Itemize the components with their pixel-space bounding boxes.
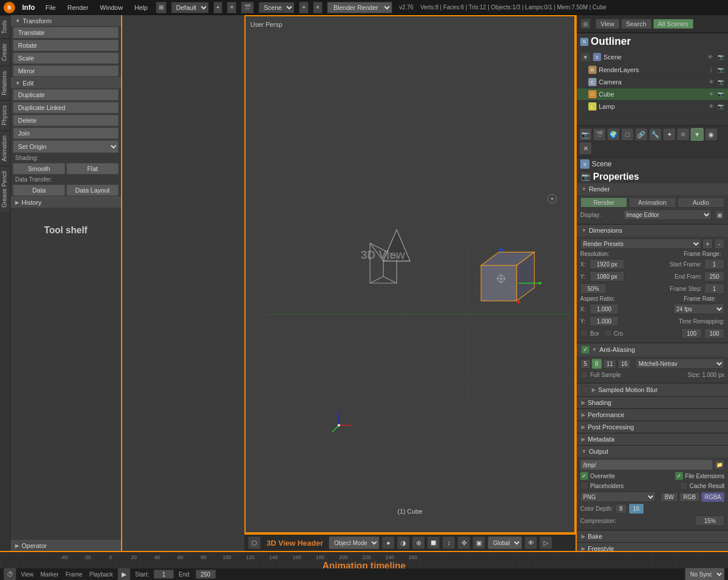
aspect-y-input[interactable]	[589, 316, 619, 326]
output-path-input[interactable]	[580, 460, 713, 470]
smb-header[interactable]: ▶ Sampled Motion Blur	[577, 383, 728, 396]
outliner-tab-search[interactable]: Search	[621, 19, 652, 29]
viewport[interactable]: User Persp (1) Cube	[244, 15, 576, 533]
dimensions-header[interactable]: ▼ Dimensions	[577, 225, 728, 236]
workspace-select[interactable]: Default	[171, 2, 209, 13]
prop-icon-modifiers[interactable]: 🔧	[649, 128, 662, 141]
start-frame-input[interactable]	[704, 259, 725, 269]
lamp-eye-icon[interactable]: 👁	[707, 102, 715, 111]
prop-icon-scene[interactable]: 🎬	[593, 128, 606, 141]
overwrite-check[interactable]: ✓	[580, 472, 588, 480]
history-section-header[interactable]: ▶ History	[10, 197, 121, 208]
aa-5-btn[interactable]: 5	[580, 359, 591, 369]
tl-start-input[interactable]	[154, 570, 174, 579]
prop-icon-material[interactable]: ◉	[705, 128, 718, 141]
scene-icon-btn[interactable]: 🎬	[241, 2, 254, 13]
render-section-header[interactable]: ▼ Render	[577, 183, 728, 195]
performance-header[interactable]: ▶ Performance	[577, 409, 728, 421]
scale-btn[interactable]: Scale	[13, 52, 119, 64]
bw-btn[interactable]: BW	[660, 492, 678, 502]
render-preset-select[interactable]: Render Presets	[580, 239, 701, 249]
prop-icon-physics[interactable]: ⚛	[677, 128, 690, 141]
smb-check[interactable]	[581, 386, 589, 394]
vh-view-icon[interactable]: 👁	[524, 536, 537, 549]
workspace-icon-btn[interactable]: ⊞	[156, 2, 166, 13]
side-tab-tools[interactable]: Tools	[0, 15, 10, 38]
outliner-tab-view[interactable]: View	[595, 19, 620, 29]
aa-16-btn[interactable]: 16	[617, 359, 631, 369]
render-tab-render[interactable]: Render	[580, 197, 627, 208]
menu-help[interactable]: Help	[131, 3, 151, 12]
freestyle-header[interactable]: ▶ Freestyle	[577, 543, 728, 551]
tl-playback[interactable]: Playback	[87, 571, 116, 578]
prop-icon-particles[interactable]: ✦	[663, 128, 676, 141]
file-ext-check[interactable]: ✓	[675, 472, 683, 480]
outliner-row-lamp[interactable]: L Lamp 👁 📷	[577, 101, 728, 113]
scene-eye-icon[interactable]: 👁	[706, 53, 714, 61]
duplicate-linked-btn[interactable]: Duplicate Linked	[13, 102, 119, 113]
cache-result-check[interactable]	[680, 482, 688, 490]
join-btn[interactable]: Join	[13, 127, 119, 139]
side-tab-relations[interactable]: Relations	[0, 66, 10, 100]
lamp-render-icon[interactable]: 📷	[716, 102, 725, 111]
aa-filter-select[interactable]: Mitchell-Netrav	[635, 358, 725, 369]
res-y-input[interactable]	[589, 271, 624, 282]
aa-8-btn[interactable]: 8	[592, 359, 602, 369]
aa-enabled-check[interactable]: ✓	[581, 346, 589, 354]
rotate-btn[interactable]: Rotate	[13, 40, 119, 51]
prop-icon-close[interactable]: ✕	[579, 142, 592, 155]
scene-add-btn[interactable]: +	[299, 2, 308, 13]
outliner-tab-all-scenes[interactable]: All Scenes	[653, 19, 694, 29]
display-expand-icon[interactable]: ▣	[714, 209, 725, 220]
metadata-header[interactable]: ▶ Metadata	[577, 433, 728, 445]
prop-title-icon[interactable]: 📷	[580, 172, 591, 182]
outliner-row-renderlayers[interactable]: R RenderLayers | 📷	[577, 64, 728, 76]
vh-layer-icon[interactable]: ▣	[473, 536, 485, 549]
set-origin-select[interactable]: Set Origin	[13, 140, 119, 153]
scene-render-icon[interactable]: 📷	[716, 53, 725, 61]
tl-frame[interactable]: Frame	[63, 571, 85, 578]
workspace-add-btn[interactable]: +	[214, 2, 223, 13]
tl-play-icon[interactable]: ▶	[118, 568, 130, 580]
delete-btn[interactable]: Delete	[13, 115, 119, 126]
vh-shading-icon[interactable]: ◑	[397, 536, 410, 549]
smooth-btn[interactable]: Smooth	[13, 163, 65, 175]
vh-global-select[interactable]: Global	[488, 536, 522, 549]
cube-render-icon[interactable]: 📷	[716, 90, 725, 98]
side-tab-create[interactable]: Create	[0, 38, 10, 66]
scene-expand-icon[interactable]: ▼	[580, 52, 591, 62]
edit-section-header[interactable]: ▼ Edit	[10, 77, 121, 88]
end-frame-input[interactable]	[704, 271, 725, 282]
data-layout-btn[interactable]: Data Layout	[66, 184, 119, 196]
side-tab-grease-pencil[interactable]: Grease Pencil	[0, 166, 10, 212]
camera-eye-icon[interactable]: 👁	[707, 78, 715, 86]
aa-11-btn[interactable]: 11	[603, 359, 616, 369]
output-header[interactable]: ▼ Output	[577, 446, 728, 457]
workspace-remove-btn[interactable]: ×	[227, 2, 236, 13]
placeholders-check[interactable]	[580, 482, 588, 490]
tl-end-input[interactable]	[196, 570, 216, 579]
compression-input[interactable]	[695, 515, 725, 526]
format-select[interactable]: PNG	[580, 492, 656, 502]
scene-select[interactable]: Scene	[258, 2, 294, 13]
vh-pivot-icon[interactable]: ⊕	[412, 536, 425, 549]
outliner-row-cube[interactable]: □ Cube 👁 📷	[577, 88, 728, 101]
mirror-btn[interactable]: Mirror	[13, 65, 119, 77]
prop-icon-render[interactable]: 📷	[579, 128, 592, 141]
cd-8-btn[interactable]: 8	[615, 504, 627, 514]
res-x-input[interactable]	[589, 259, 624, 269]
vh-render-icon[interactable]: ▷	[539, 536, 552, 549]
side-tab-animation[interactable]: Animation	[0, 130, 10, 166]
bake-header[interactable]: ▶ Bake	[577, 531, 728, 542]
render-tab-audio[interactable]: Audio	[677, 197, 725, 208]
res-pct-input[interactable]	[580, 283, 606, 294]
render-preset-remove-btn[interactable]: -	[714, 239, 725, 249]
shading-prop-header[interactable]: ▶ Shading	[577, 397, 728, 408]
transform-section-header[interactable]: ▼ Transform	[10, 15, 121, 26]
output-path-browse-btn[interactable]: 📁	[714, 460, 725, 470]
menu-file[interactable]: File	[42, 3, 59, 12]
camera-render-icon[interactable]: 📷	[716, 78, 725, 86]
vh-transform-icon[interactable]: ↕	[442, 536, 455, 549]
tl-view[interactable]: View	[19, 571, 36, 578]
display-select[interactable]: Image Editor	[623, 209, 712, 220]
